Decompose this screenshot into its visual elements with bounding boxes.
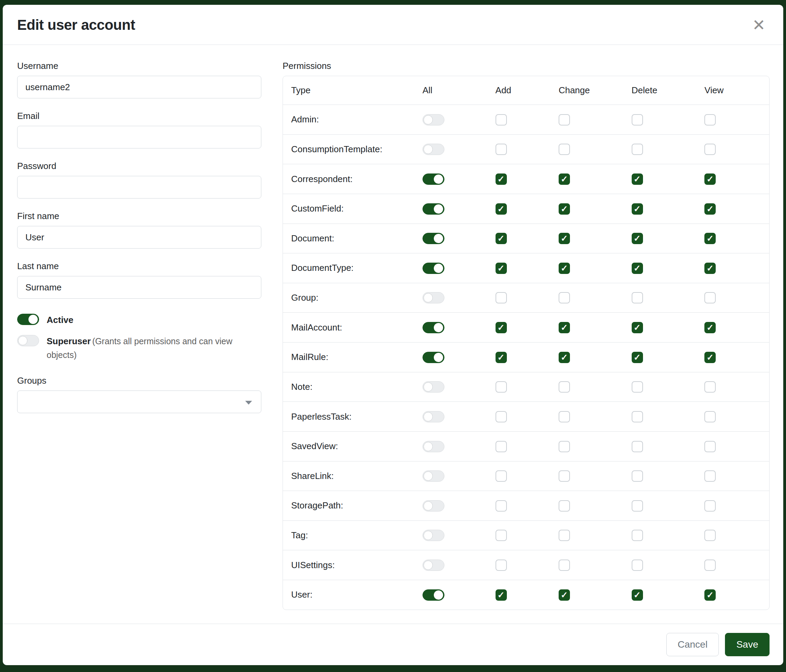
permission-all-toggle[interactable] <box>423 441 445 452</box>
permission-add-checkbox[interactable] <box>495 589 507 601</box>
permission-delete-checkbox[interactable] <box>632 144 643 155</box>
permission-delete-checkbox[interactable] <box>632 530 643 541</box>
permission-change-checkbox[interactable] <box>559 173 570 185</box>
cancel-button[interactable]: Cancel <box>666 633 719 656</box>
permission-add-checkbox[interactable] <box>495 233 507 244</box>
toggle-knob <box>434 323 443 332</box>
permission-add-checkbox[interactable] <box>495 114 507 126</box>
permission-view-checkbox[interactable] <box>704 500 716 512</box>
superuser-toggle[interactable] <box>17 335 39 346</box>
permission-all-toggle[interactable] <box>423 411 445 422</box>
permission-change-checkbox[interactable] <box>559 203 570 215</box>
permission-all-toggle[interactable] <box>423 173 445 185</box>
permission-add-checkbox[interactable] <box>495 263 507 274</box>
permission-add-checkbox[interactable] <box>495 352 507 363</box>
permission-change-checkbox[interactable] <box>559 263 570 274</box>
permission-change-checkbox[interactable] <box>559 589 570 601</box>
permission-add-checkbox[interactable] <box>495 470 507 482</box>
permission-delete-checkbox[interactable] <box>632 352 643 363</box>
permission-view-checkbox[interactable] <box>704 263 716 274</box>
permission-all-toggle[interactable] <box>423 203 445 215</box>
permission-type-label: Note: <box>283 372 414 402</box>
permission-delete-checkbox[interactable] <box>632 173 643 185</box>
permission-add-checkbox[interactable] <box>495 530 507 541</box>
permission-view-checkbox[interactable] <box>704 381 716 393</box>
permission-view-checkbox[interactable] <box>704 352 716 363</box>
permission-all-toggle[interactable] <box>423 381 445 393</box>
permission-delete-checkbox[interactable] <box>632 263 643 274</box>
permission-add-checkbox[interactable] <box>495 411 507 422</box>
permission-delete-checkbox[interactable] <box>632 381 643 393</box>
email-input[interactable] <box>17 126 261 148</box>
permission-view-checkbox[interactable] <box>704 470 716 482</box>
permission-change-checkbox[interactable] <box>559 322 570 333</box>
permission-view-checkbox[interactable] <box>704 322 716 333</box>
permission-add-checkbox[interactable] <box>495 203 507 215</box>
permission-delete-checkbox[interactable] <box>632 114 643 126</box>
permission-add-checkbox[interactable] <box>495 144 507 155</box>
close-icon[interactable]: ✕ <box>749 16 768 34</box>
username-input[interactable] <box>17 76 261 98</box>
permission-change-checkbox[interactable] <box>559 144 570 155</box>
permission-change-checkbox[interactable] <box>559 530 570 541</box>
permission-all-toggle[interactable] <box>423 352 445 363</box>
permission-view-checkbox[interactable] <box>704 173 716 185</box>
permission-all-toggle[interactable] <box>423 233 445 244</box>
permission-delete-checkbox[interactable] <box>632 441 643 452</box>
permission-view-checkbox[interactable] <box>704 114 716 126</box>
groups-select[interactable] <box>17 391 261 413</box>
permission-change-checkbox[interactable] <box>559 352 570 363</box>
permission-view-checkbox[interactable] <box>704 411 716 422</box>
permission-view-checkbox[interactable] <box>704 530 716 541</box>
permission-delete-checkbox[interactable] <box>632 559 643 571</box>
permission-delete-checkbox[interactable] <box>632 203 643 215</box>
permission-add-checkbox[interactable] <box>495 322 507 333</box>
permission-change-checkbox[interactable] <box>559 559 570 571</box>
permission-view-checkbox[interactable] <box>704 203 716 215</box>
permission-delete-checkbox[interactable] <box>632 589 643 601</box>
permission-change-checkbox[interactable] <box>559 381 570 393</box>
permission-change-checkbox[interactable] <box>559 114 570 126</box>
permission-view-checkbox[interactable] <box>704 292 716 303</box>
first-name-input[interactable] <box>17 226 261 248</box>
permission-add-checkbox[interactable] <box>495 173 507 185</box>
permission-all-toggle[interactable] <box>423 500 445 512</box>
permission-all-toggle[interactable] <box>423 263 445 274</box>
permission-all-toggle[interactable] <box>423 470 445 482</box>
permission-delete-checkbox[interactable] <box>632 470 643 482</box>
permission-view-checkbox[interactable] <box>704 589 716 601</box>
password-label: Password <box>17 161 261 171</box>
permission-add-checkbox[interactable] <box>495 292 507 303</box>
last-name-input[interactable] <box>17 276 261 298</box>
permission-delete-checkbox[interactable] <box>632 292 643 303</box>
active-toggle[interactable] <box>17 314 39 325</box>
permission-all-toggle[interactable] <box>423 292 445 303</box>
permission-all-toggle[interactable] <box>423 144 445 155</box>
permission-delete-checkbox[interactable] <box>632 411 643 422</box>
permission-all-toggle[interactable] <box>423 322 445 333</box>
permission-change-checkbox[interactable] <box>559 470 570 482</box>
permission-view-checkbox[interactable] <box>704 144 716 155</box>
permission-view-checkbox[interactable] <box>704 559 716 571</box>
email-field-group: Email <box>17 111 261 148</box>
permission-delete-checkbox[interactable] <box>632 500 643 512</box>
permission-all-toggle[interactable] <box>423 559 445 571</box>
permission-change-checkbox[interactable] <box>559 441 570 452</box>
permission-delete-checkbox[interactable] <box>632 322 643 333</box>
permission-all-toggle[interactable] <box>423 589 445 601</box>
permission-delete-checkbox[interactable] <box>632 233 643 244</box>
permission-all-toggle[interactable] <box>423 114 445 126</box>
permission-view-checkbox[interactable] <box>704 441 716 452</box>
save-button[interactable]: Save <box>725 633 770 656</box>
permission-view-checkbox[interactable] <box>704 233 716 244</box>
password-input[interactable] <box>17 176 261 198</box>
permission-add-checkbox[interactable] <box>495 381 507 393</box>
permission-add-checkbox[interactable] <box>495 500 507 512</box>
permission-change-checkbox[interactable] <box>559 411 570 422</box>
permission-change-checkbox[interactable] <box>559 292 570 303</box>
permission-change-checkbox[interactable] <box>559 500 570 512</box>
permission-change-checkbox[interactable] <box>559 233 570 244</box>
permission-add-checkbox[interactable] <box>495 441 507 452</box>
permission-all-toggle[interactable] <box>423 530 445 541</box>
permission-add-checkbox[interactable] <box>495 559 507 571</box>
